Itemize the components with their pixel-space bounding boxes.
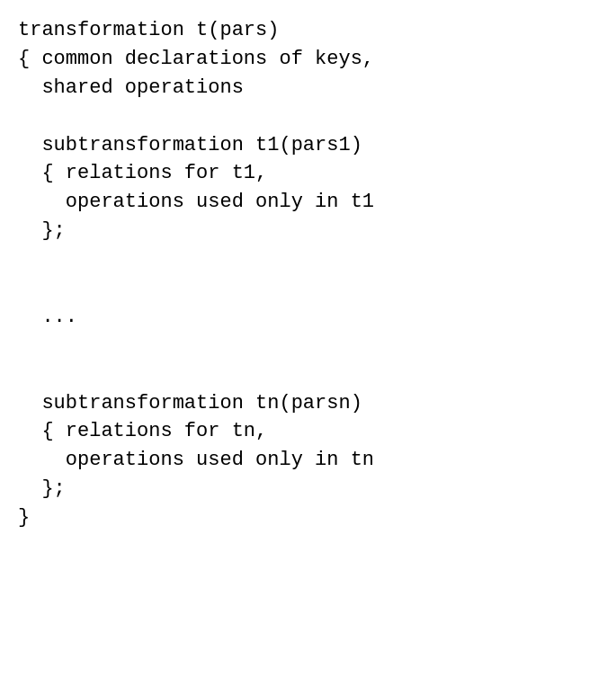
code-display: transformation t(pars) { common declarat… [0,0,616,548]
